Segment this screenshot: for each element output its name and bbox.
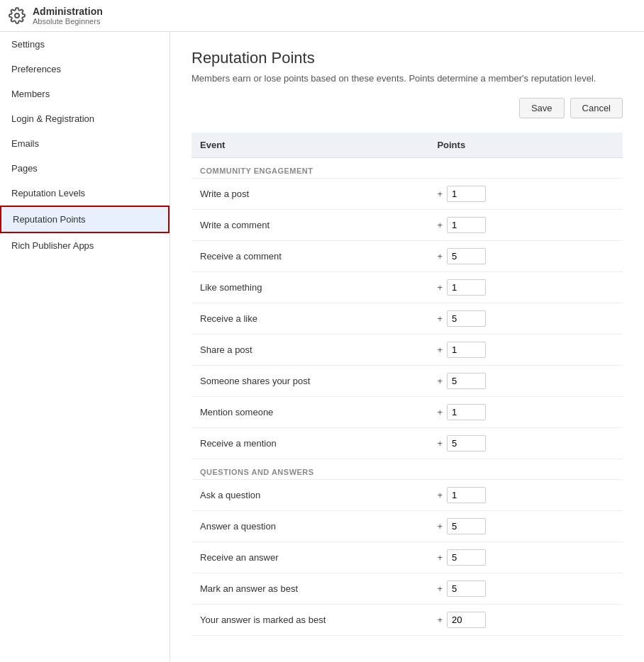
event-cell: Write a comment <box>191 210 428 241</box>
event-cell: Share a post <box>191 335 428 366</box>
svg-point-0 <box>15 13 19 18</box>
sidebar-item-members[interactable]: Members <box>0 82 170 106</box>
points-input[interactable] <box>447 342 486 358</box>
main-content: Reputation Points Members earn or lose p… <box>170 32 644 662</box>
sidebar-item-settings[interactable]: Settings <box>0 32 170 57</box>
table-row: Mention someone+ <box>191 397 623 428</box>
points-cell: + <box>428 428 623 459</box>
table-header-row: Event Points <box>191 133 623 158</box>
plus-sign: + <box>437 407 443 417</box>
points-cell: + <box>428 573 623 605</box>
table-row: Ask a question+ <box>191 480 623 511</box>
plus-sign: + <box>437 615 443 625</box>
table-row: Write a comment+ <box>191 210 623 241</box>
col-header-event: Event <box>191 133 428 158</box>
event-cell: Mention someone <box>191 397 428 428</box>
plus-sign: + <box>437 282 443 293</box>
table-row: Someone shares your post+ <box>191 366 623 397</box>
sidebar-item-login-registration[interactable]: Login & Registration <box>0 106 170 131</box>
points-cell: + <box>428 366 623 397</box>
plus-sign: + <box>437 251 443 262</box>
plus-sign: + <box>437 313 443 324</box>
save-button[interactable]: Save <box>519 98 565 118</box>
points-cell: + <box>428 335 623 366</box>
points-input[interactable] <box>447 580 486 597</box>
event-cell: Ask a question <box>191 480 428 511</box>
event-cell: Your answer is marked as best <box>191 605 428 636</box>
table-row: Answer a question+ <box>191 511 623 542</box>
points-input[interactable] <box>447 310 486 327</box>
points-input[interactable] <box>447 435 486 451</box>
event-cell: Write a post <box>191 179 428 210</box>
event-cell: Receive a like <box>191 303 428 335</box>
section-header-community-engagement: COMMUNITY ENGAGEMENT <box>191 158 623 179</box>
points-input[interactable] <box>447 186 486 202</box>
table-row: Share a post+ <box>191 335 623 366</box>
points-table: Event Points COMMUNITY ENGAGEMENTWrite a… <box>191 133 623 636</box>
admin-subtitle: Absolute Beginners <box>33 17 103 26</box>
event-cell: Answer a question <box>191 511 428 542</box>
plus-sign: + <box>437 490 443 500</box>
points-cell: + <box>428 241 623 272</box>
points-cell: + <box>428 397 623 428</box>
page-title: Reputation Points <box>191 49 623 67</box>
sidebar-item-preferences[interactable]: Preferences <box>0 57 170 82</box>
event-cell: Receive an answer <box>191 542 428 573</box>
points-input[interactable] <box>447 404 486 420</box>
table-row: Receive a mention+ <box>191 428 623 459</box>
points-input[interactable] <box>447 217 486 233</box>
table-row: Receive an answer+ <box>191 542 623 573</box>
sidebar-item-pages[interactable]: Pages <box>0 156 170 181</box>
top-header: Administration Absolute Beginners <box>0 0 644 32</box>
section-header-questions-answers: QUESTIONS AND ANSWERS <box>191 459 623 480</box>
plus-sign: + <box>437 189 443 199</box>
points-cell: + <box>428 179 623 210</box>
event-cell: Someone shares your post <box>191 366 428 397</box>
gear-icon <box>9 7 26 24</box>
admin-title: Administration <box>33 6 103 17</box>
event-cell: Like something <box>191 272 428 303</box>
points-cell: + <box>428 303 623 335</box>
points-cell: + <box>428 210 623 241</box>
plus-sign: + <box>437 521 443 532</box>
sidebar-item-reputation-levels[interactable]: Reputation Levels <box>0 181 170 206</box>
cancel-button[interactable]: Cancel <box>570 98 623 118</box>
points-cell: + <box>428 511 623 542</box>
table-row: Write a post+ <box>191 179 623 210</box>
col-header-points: Points <box>428 133 623 158</box>
sidebar-item-reputation-points[interactable]: Reputation Points <box>0 206 170 233</box>
action-bar: Save Cancel <box>191 98 623 118</box>
plus-sign: + <box>437 583 443 594</box>
points-input[interactable] <box>447 518 486 534</box>
plus-sign: + <box>437 344 443 355</box>
points-cell: + <box>428 605 623 636</box>
points-input[interactable] <box>447 549 486 566</box>
sidebar-item-emails[interactable]: Emails <box>0 131 170 156</box>
page-description: Members earn or lose points based on the… <box>191 73 623 84</box>
plus-sign: + <box>437 376 443 386</box>
event-cell: Receive a mention <box>191 428 428 459</box>
plus-sign: + <box>437 552 443 563</box>
table-row: Mark an answer as best+ <box>191 573 623 605</box>
points-cell: + <box>428 542 623 573</box>
table-row: Like something+ <box>191 272 623 303</box>
points-input[interactable] <box>447 487 486 503</box>
plus-sign: + <box>437 220 443 230</box>
table-row: Your answer is marked as best+ <box>191 605 623 636</box>
header-text: Administration Absolute Beginners <box>33 6 103 26</box>
sidebar-item-rich-publisher-apps[interactable]: Rich Publisher Apps <box>0 233 170 258</box>
points-input[interactable] <box>447 373 486 389</box>
points-input[interactable] <box>447 279 486 296</box>
points-input[interactable] <box>447 248 486 264</box>
table-row: Receive a comment+ <box>191 241 623 272</box>
sidebar: Settings Preferences Members Login & Reg… <box>0 32 170 662</box>
points-cell: + <box>428 480 623 511</box>
table-row: Receive a like+ <box>191 303 623 335</box>
points-cell: + <box>428 272 623 303</box>
event-cell: Mark an answer as best <box>191 573 428 605</box>
plus-sign: + <box>437 438 443 449</box>
points-input[interactable] <box>447 612 486 628</box>
event-cell: Receive a comment <box>191 241 428 272</box>
